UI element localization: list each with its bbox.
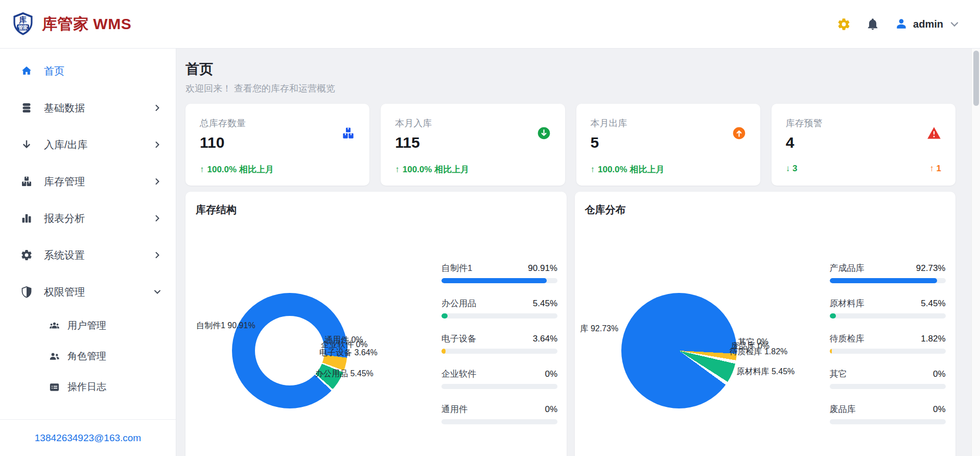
chevron-down-icon: [152, 287, 162, 297]
stat-card-monthly-inbound: 本月入库 115 ↑ 100.0% 相比上月: [381, 104, 565, 186]
sidebar-item-label: 报表分析: [44, 212, 141, 225]
sidebar-item-label: 操作日志: [67, 380, 162, 394]
chevron-right-icon: [152, 176, 162, 187]
settings-icon[interactable]: [837, 17, 851, 31]
sidebar-item-settings[interactable]: 系统设置: [0, 237, 176, 273]
legend-item: 电子设备3.64%: [441, 333, 557, 354]
stat-change: ↓ 3 ↑ 1: [786, 164, 941, 174]
home-icon: [20, 65, 33, 77]
legend-item: 其它0%: [830, 368, 946, 389]
chart-legend: 产成品库92.73% 原材料库5.45% 待质检库1.82% 其它0%: [830, 262, 946, 439]
alert-decrease: ↓ 3: [786, 164, 798, 174]
warehouse-distribution-card: 仓库分布 库 92.73% 其它 0% 废品库 0% 待质检库 1.82% 原材…: [575, 192, 956, 456]
chevron-right-icon: [152, 103, 162, 113]
chart-legend: 自制件190.91% 办公用品5.45% 电子设备3.64% 企业软件: [441, 262, 557, 439]
stat-card-inventory-alerts: 库存预警 4 ↓ 3 ↑ 1: [772, 104, 955, 186]
sidebar-item-inventory[interactable]: 库存管理: [0, 163, 176, 200]
legend-item: 原材料库5.45%: [830, 298, 946, 318]
shield-icon: [20, 286, 33, 298]
vertical-scrollbar[interactable]: [971, 49, 980, 456]
legend-item: 企业软件0%: [441, 368, 557, 389]
svg-text:管家: 管家: [18, 25, 28, 30]
donut-hole: [255, 316, 324, 385]
pie-label: 电子设备 3.64%: [319, 348, 378, 358]
up-arrow: ↑: [395, 165, 400, 175]
inventory-structure-chart: 自制件1 90.91% 通用件 0% 企业软件 0% 电子设备 3.64% 办公…: [196, 224, 556, 456]
page-subtitle: 欢迎回来！ 查看您的库存和运营概览: [185, 82, 955, 95]
up-arrow: ↑: [591, 165, 595, 175]
inventory-structure-card: 库存结构 自制件1 90.91% 通用件 0% 企业软件 0% 电子设备 3.6…: [185, 192, 567, 456]
legend-item: 办公用品5.45%: [441, 298, 557, 318]
warning-triangle-icon: [927, 126, 941, 142]
user-group-icon: [49, 351, 60, 362]
pie-label: 待质检库 1.82%: [730, 347, 788, 357]
log-list-icon: [49, 381, 60, 393]
sidebar-item-basic-data[interactable]: 基础数据: [0, 89, 176, 126]
gear-icon: [20, 249, 33, 261]
sidebar-item-permissions[interactable]: 权限管理: [0, 273, 176, 310]
sidebar-item-label: 首页: [44, 64, 162, 78]
sidebar-item-inbound-outbound[interactable]: 入库/出库: [0, 126, 176, 163]
app-root: 库 管家 库管家 WMS admin: [0, 0, 980, 456]
stat-label: 本月入库: [395, 117, 550, 129]
sidebar-item-reports[interactable]: 报表分析: [0, 200, 176, 237]
user-avatar-icon: [895, 17, 908, 31]
up-arrow: ↑: [200, 165, 204, 175]
chevron-right-icon: [152, 140, 162, 150]
sidebar-item-label: 角色管理: [67, 350, 162, 363]
alert-increase: ↑ 1: [929, 164, 941, 174]
sidebar-item-label: 库存管理: [44, 175, 141, 189]
chart-title: 仓库分布: [585, 203, 946, 217]
sidebar-item-home[interactable]: 首页: [0, 53, 176, 89]
pie-label: 原材料库 5.45%: [737, 367, 795, 377]
legend-item: 自制件190.91%: [441, 262, 557, 283]
stat-label: 总库存数量: [200, 117, 355, 129]
stat-value: 110: [200, 134, 355, 151]
stat-card-total-inventory: 总库存数量 110 ↑ 100.0% 相比上月: [185, 104, 369, 186]
boxes-blue-icon: [341, 126, 355, 142]
stat-change: ↑ 100.0% 相比上月: [395, 164, 550, 175]
legend-item: 产成品库92.73%: [830, 262, 946, 283]
stat-card-monthly-outbound: 本月出库 5 ↑ 100.0% 相比上月: [576, 104, 760, 186]
app-header: 库 管家 库管家 WMS admin: [0, 0, 980, 49]
legend-item: 废品库0%: [830, 403, 946, 424]
chevron-down-icon: [948, 18, 961, 30]
warehouse-distribution-pie[interactable]: [621, 293, 737, 408]
stat-change: ↑ 100.0% 相比上月: [591, 164, 746, 175]
bar-chart-icon: [20, 212, 33, 224]
sidebar-footer-email[interactable]: 13842634923@163.com: [0, 419, 176, 456]
pie-label: 库 92.73%: [580, 324, 619, 334]
stat-label: 本月出库: [591, 117, 746, 129]
sidebar-subitem-user-management[interactable]: 用户管理: [0, 310, 176, 341]
sidebar-item-label: 系统设置: [44, 248, 141, 262]
notifications-icon[interactable]: [866, 17, 879, 31]
main-content: 首页 欢迎回来！ 查看您的库存和运营概览 总库存数量 110 ↑ 100.0% …: [176, 49, 980, 456]
chevron-right-icon: [152, 250, 162, 260]
legend-item: 通用件0%: [441, 403, 557, 424]
scrollbar-thumb[interactable]: [973, 51, 979, 106]
sidebar-subitem-operation-log[interactable]: 操作日志: [0, 372, 176, 402]
sidebar: 首页 基础数据 入库/出库 库存管理: [0, 49, 176, 456]
user-menu[interactable]: admin: [895, 17, 961, 31]
user-name: admin: [913, 18, 943, 30]
database-icon: [20, 102, 33, 114]
sidebar-nav: 首页 基础数据 入库/出库 库存管理: [0, 49, 176, 419]
stat-value: 115: [395, 134, 550, 151]
legend-item: 待质检库1.82%: [830, 333, 946, 354]
brand: 库 管家 库管家 WMS: [11, 12, 131, 36]
header-actions: admin: [837, 17, 961, 31]
stat-label: 库存预警: [786, 117, 941, 129]
chart-title: 库存结构: [196, 203, 556, 217]
brand-title: 库管家 WMS: [42, 14, 131, 35]
stat-value: 4: [786, 134, 941, 151]
stats-row: 总库存数量 110 ↑ 100.0% 相比上月 本月入库 115 ↑ 1: [185, 104, 955, 186]
charts-row: 库存结构 自制件1 90.91% 通用件 0% 企业软件 0% 电子设备 3.6…: [185, 192, 955, 456]
users-icon: [49, 320, 60, 332]
chevron-right-icon: [152, 213, 162, 223]
sidebar-item-label: 入库/出库: [44, 138, 141, 152]
sidebar-subitem-role-management[interactable]: 角色管理: [0, 341, 176, 372]
svg-text:库: 库: [18, 15, 27, 24]
pie-label: 办公用品 5.45%: [315, 369, 374, 379]
outbound-circle-up-icon: [732, 126, 746, 142]
arrow-down-icon: [20, 139, 33, 151]
